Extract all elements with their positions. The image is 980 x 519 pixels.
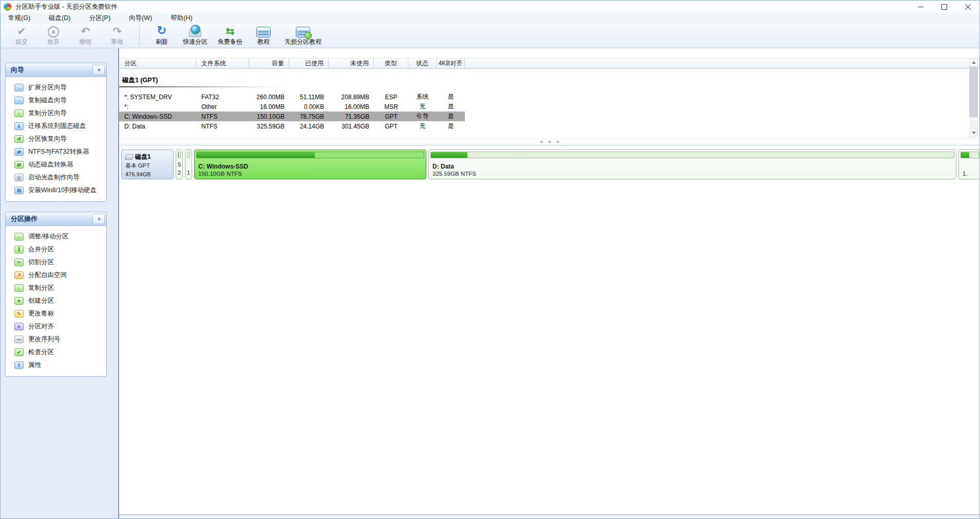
table-cell: 150.10GB [249,113,289,120]
partition-align-icon: ≡ [14,323,24,330]
collapse-button[interactable]: » [92,65,105,75]
ntfs-fat32-icon: ⇄ [14,148,24,156]
discard-button[interactable]: ✖放弃 [37,24,69,48]
table-cell: 是 [437,122,465,131]
col-capacity[interactable]: 容量 [249,59,289,68]
menu-help[interactable]: 帮助(H) [165,14,197,23]
minimize-button[interactable] [909,1,932,13]
sidebar-item-label: 创建分区 [28,296,54,305]
tutorial-button[interactable]: 教程 [248,24,279,48]
allocate-space-icon: ↗ [14,271,24,279]
redo-icon: ↷ [112,25,122,38]
col-unused[interactable]: 未使用 [329,59,374,68]
usage-strip [960,152,979,158]
scroll-down-button[interactable] [969,128,978,137]
partition-operations-panel: 分区操作»↔调整/移动分区↧合并分区✂切割分区↗分配自由空间↓复制分区+创建分区… [5,212,107,377]
panel-title: 向导 [11,65,24,75]
bootable-cd-icon: ◎ [14,174,24,181]
op-change-serial-number[interactable]: ⋯更改序列号 [10,333,105,346]
op-partition-alignment[interactable]: ≡分区对齐 [10,320,105,333]
table-header: 分区文件系统容量已使用未使用类型状态4KB对齐 [119,58,979,69]
commit-button[interactable]: ✔提交 [6,24,37,48]
disk-type: 基本 GPT [125,161,169,170]
partition-recovery-icon: ↺ [14,135,24,143]
op-check-partition[interactable]: ✔检查分区 [10,346,105,359]
collapse-button[interactable]: » [92,214,105,224]
split-partition-icon: ✂ [14,258,24,266]
menu-disk[interactable]: 磁盘(D) [44,14,76,23]
wizard-clone-partition[interactable]: ↓复制分区向导 [10,107,105,120]
refresh-button[interactable]: ↻刷新 [146,24,178,48]
wizard-extend-partition[interactable]: →扩展分区向导 [10,81,105,94]
quick-partition-button[interactable]: 快速分区 [178,24,213,48]
col-filesystem[interactable]: 文件系统 [196,59,249,68]
op-create-partition[interactable]: +创建分区 [10,294,105,307]
col-used[interactable]: 已使用 [289,59,329,68]
panel-body: ↔调整/移动分区↧合并分区✂切割分区↗分配自由空间↓复制分区+创建分区✎更改卷标… [6,226,106,376]
undo-button[interactable]: ↶撤销 [69,24,101,48]
sidebar-item-label: 分配自由空间 [28,271,67,280]
disk-info-box[interactable]: 磁盘1 基本 GPT 476.94GB [121,150,174,179]
sidebar-item-label: 扩展分区向导 [28,83,67,92]
table-cell: 260.00MB [249,94,289,101]
scrollbar-thumb[interactable] [969,67,978,117]
op-merge-partitions[interactable]: ↧合并分区 [10,243,105,256]
menu-general[interactable]: 常规(G) [3,14,35,23]
row-d-data[interactable]: D: DataNTFS325.59GB24.14GB301.45GBGPT无是 [119,121,465,131]
sidebar-item-label: 迁移系统到固态磁盘 [28,122,86,131]
op-split-partition[interactable]: ✂切割分区 [10,256,105,269]
minimize-icon [918,7,924,7]
partition-name [963,163,977,170]
lossless-tutorial-button[interactable]: 无损分区教程 [279,24,327,48]
partition-block-msr[interactable]: 1 [185,150,192,179]
op-resize-move-partition[interactable]: ↔调整/移动分区 [10,230,105,243]
partition-block-system-drv[interactable]: S2 [176,150,183,179]
free-backup-button[interactable]: ⇆免费备份 [213,24,248,48]
restore-button[interactable] [932,1,956,13]
sidebar-item-label: NTFS与FAT32转换器 [28,147,89,156]
scroll-up-button[interactable] [969,58,978,67]
col-partition[interactable]: 分区 [119,59,196,68]
col-status[interactable]: 状态 [408,59,437,68]
row-c-windows-ssd[interactable]: C: Windows-SSDNTFS150.10GB78.75GB71.35GB… [119,112,465,121]
table-cell: 301.45GB [329,123,374,130]
table-vertical-scrollbar[interactable] [969,58,978,137]
partition-block-c[interactable]: C: Windows-SSD150.10GB NTFS [194,150,426,179]
partition-label: S [176,161,182,169]
disk1-row: 磁盘1 基本 GPT 476.94GB S2 1C: Windows-SSD15… [121,150,979,179]
menu-partition[interactable]: 分区(P) [84,14,116,23]
menu-wizard[interactable]: 向导(W) [124,14,157,23]
close-button[interactable] [956,1,979,13]
table-cell: 16.00MB [329,103,374,110]
table-cell: 16.00MB [249,103,289,110]
scrollbar-track[interactable] [969,67,978,128]
redo-button[interactable]: ↷重做 [101,24,133,48]
col-type[interactable]: 类型 [374,59,408,68]
partition-block-d[interactable]: D: Data325.59GB NTFS [428,150,956,179]
wizard-partition-recovery[interactable]: ↺分区恢复向导 [10,133,105,145]
commit-icon: ✔ [17,25,26,38]
row-system-drv[interactable]: *: SYSTEM_DRVFAT32260.00MB51.11MB208.89M… [119,92,465,102]
op-change-label[interactable]: ✎更改卷标 [10,307,105,320]
op-copy-partition[interactable]: ↓复制分区 [10,282,105,294]
wizard-dynamic-disk-converter[interactable]: ⇄动态磁盘转换器 [10,158,105,171]
merge-partition-icon: ↧ [14,246,24,253]
wizard-migrate-os-to-ssd[interactable]: ⇓迁移系统到固态磁盘 [10,120,105,133]
partition-info: 150.10GB NTFS [198,171,422,177]
wizard-bootable-cd[interactable]: ◎启动光盘制作向导 [10,171,105,184]
op-allocate-free-space[interactable]: ↗分配自由空间 [10,269,105,282]
col-4k-aligned[interactable]: 4KB对齐 [437,59,465,68]
sidebar: 向导»→扩展分区向导↓复制磁盘向导↓复制分区向导⇓迁移系统到固态磁盘↺分区恢复向… [1,48,118,518]
table-cell: 是 [437,102,465,111]
row-msr[interactable]: *:Other16.00MB0.00KB16.00MBMSR无是 [119,102,465,112]
wizard-ntfs-fat32-converter[interactable]: ⇄NTFS与FAT32转换器 [10,145,105,158]
partition-name: D: Data [432,163,952,170]
table-cell: Other [196,103,249,110]
op-properties[interactable]: i属性 [10,359,105,372]
partition-block-edge[interactable]: 1. [958,150,979,179]
sidebar-item-label: 分区恢复向导 [28,135,67,143]
discard-icon: ✖ [48,26,59,38]
panel-splitter[interactable] [119,138,979,145]
wizard-install-win-to-usb[interactable]: ⊞安装Win8/10到移动硬盘 [10,184,105,197]
wizard-clone-disk[interactable]: ↓复制磁盘向导 [10,94,105,107]
